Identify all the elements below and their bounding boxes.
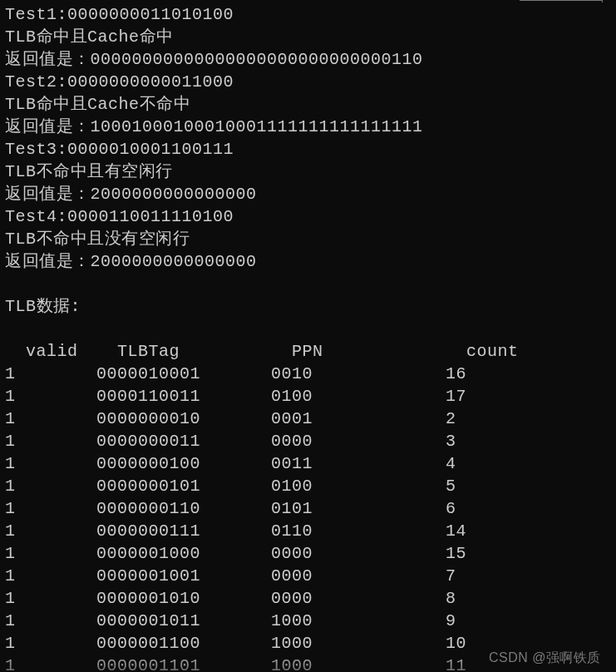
test-input-value: 0000010001100111 <box>67 140 234 159</box>
tlb-header-tag: TLBTag <box>117 340 292 363</box>
cell-count: 5 <box>446 475 456 497</box>
blank-line <box>5 273 611 295</box>
cell-ppn: 0000 <box>271 565 446 587</box>
test-input-value: 0000000011010100 <box>67 5 234 24</box>
return-label: 返回值是： <box>5 117 91 136</box>
cell-valid: 1 <box>5 587 96 610</box>
return-value: 00000000000000000000000000000110 <box>91 50 423 69</box>
cell-valid: 1 <box>5 610 96 632</box>
test-status-line: TLB命中且Cache不命中 <box>5 93 611 116</box>
cell-valid: 1 <box>5 475 96 497</box>
tlb-header-ppn: PPN <box>292 340 466 363</box>
test-return-line: 返回值是：00000000000000000000000000000110 <box>5 48 611 71</box>
return-value: 10001000100010001111111111111111 <box>91 117 423 136</box>
tlb-header-row: validTLBTagPPNcount <box>5 318 611 363</box>
table-row: 1000000011001016 <box>5 497 611 520</box>
cell-valid: 1 <box>5 385 96 408</box>
test-label: Test3: <box>5 140 67 159</box>
table-row: 1000000010101005 <box>5 475 611 497</box>
tlb-rows: 1000001000100101610000110011010017100000… <box>5 363 611 672</box>
cell-ppn: 0100 <box>271 475 446 497</box>
cell-ppn: 0101 <box>271 497 446 520</box>
cell-tlbtag: 0000000111 <box>96 520 271 542</box>
test-input-line: Test4:0000110011110100 <box>5 205 611 228</box>
test-label: Test4: <box>5 207 67 226</box>
cell-valid: 1 <box>5 520 96 542</box>
test-label: Test2: <box>5 72 67 91</box>
cell-valid: 1 <box>5 565 96 587</box>
table-row: 1000000001100003 <box>5 430 611 452</box>
cell-count: 15 <box>446 542 466 565</box>
cell-ppn: 0000 <box>271 542 446 565</box>
test-label: Test1: <box>5 5 67 24</box>
cell-valid: 1 <box>5 452 96 475</box>
test-return-line: 返回值是：2000000000000000 <box>5 250 611 273</box>
table-row: 1000000100100007 <box>5 565 611 587</box>
cell-count: 7 <box>446 565 456 587</box>
cell-ppn: 0000 <box>271 430 446 452</box>
test-input-line: Test3:0000010001100111 <box>5 138 611 161</box>
watermark-text: CSDN @强啊铁质 <box>489 649 601 667</box>
table-row: 1000000010000114 <box>5 452 611 475</box>
window-border-fragment <box>520 0 603 2</box>
cell-tlbtag: 0000000100 <box>96 452 271 475</box>
cell-tlbtag: 0000001010 <box>96 587 271 610</box>
cell-valid: 1 <box>5 408 96 430</box>
cell-tlbtag: 0000001011 <box>96 610 271 632</box>
test-input-line: Test1:0000000011010100 <box>5 3 611 26</box>
tests-output: Test1:0000000011010100TLB命中且Cache命中返回值是：… <box>5 3 611 273</box>
cell-count: 17 <box>446 385 466 408</box>
test-input-value: 0000000000011000 <box>67 72 234 91</box>
table-row: 1000000101000008 <box>5 587 611 610</box>
cell-count: 3 <box>446 430 456 452</box>
test-status-line: TLB不命中且有空闲行 <box>5 161 611 183</box>
cell-count: 16 <box>446 363 466 385</box>
cell-ppn: 0010 <box>271 363 446 385</box>
table-row: 10000001000000015 <box>5 542 611 565</box>
return-value: 2000000000000000 <box>91 185 257 204</box>
cell-tlbtag: 0000000011 <box>96 430 271 452</box>
cell-ppn: 1000 <box>271 610 446 632</box>
tlb-section-label: TLB数据: <box>5 295 611 318</box>
table-row: 10000000111011014 <box>5 520 611 542</box>
table-row: 10000110011010017 <box>5 385 611 408</box>
cell-valid: 1 <box>5 542 96 565</box>
cell-tlbtag: 0000000010 <box>96 408 271 430</box>
cell-tlbtag: 0000000101 <box>96 475 271 497</box>
return-label: 返回值是： <box>5 185 91 204</box>
cell-tlbtag: 0000001000 <box>96 542 271 565</box>
return-label: 返回值是： <box>5 50 91 69</box>
table-row: 10000010001001016 <box>5 363 611 385</box>
cell-tlbtag: 0000010001 <box>96 363 271 385</box>
table-row: 1000000101110009 <box>5 610 611 632</box>
test-return-line: 返回值是：2000000000000000 <box>5 183 611 205</box>
cell-tlbtag: 0000001001 <box>96 565 271 587</box>
test-return-line: 返回值是：10001000100010001111111111111111 <box>5 116 611 138</box>
cell-ppn: 0100 <box>271 385 446 408</box>
cell-count: 2 <box>446 408 456 430</box>
cell-tlbtag: 0000110011 <box>96 385 271 408</box>
cell-valid: 1 <box>5 497 96 520</box>
return-value: 2000000000000000 <box>91 252 257 271</box>
cell-count: 4 <box>446 452 456 475</box>
test-input-line: Test2:0000000000011000 <box>5 71 611 93</box>
cell-tlbtag: 0000000110 <box>96 497 271 520</box>
test-status-line: TLB命中且Cache命中 <box>5 26 611 48</box>
cell-count: 8 <box>446 587 456 610</box>
table-row: 1000000001000012 <box>5 408 611 430</box>
cell-ppn: 0001 <box>271 408 446 430</box>
return-label: 返回值是： <box>5 252 91 271</box>
test-status-line: TLB不命中且没有空闲行 <box>5 228 611 250</box>
tlb-header-count: count <box>466 340 519 363</box>
cell-valid: 1 <box>5 363 96 385</box>
cell-ppn: 0011 <box>271 452 446 475</box>
test-input-value: 0000110011110100 <box>67 207 234 226</box>
cell-ppn: 0110 <box>271 520 446 542</box>
cell-count: 14 <box>446 520 466 542</box>
cell-valid: 1 <box>5 430 96 452</box>
cell-count: 6 <box>446 497 456 520</box>
cell-ppn: 0000 <box>271 587 446 610</box>
tlb-header-valid: valid <box>26 340 117 363</box>
cell-count: 9 <box>446 610 456 632</box>
